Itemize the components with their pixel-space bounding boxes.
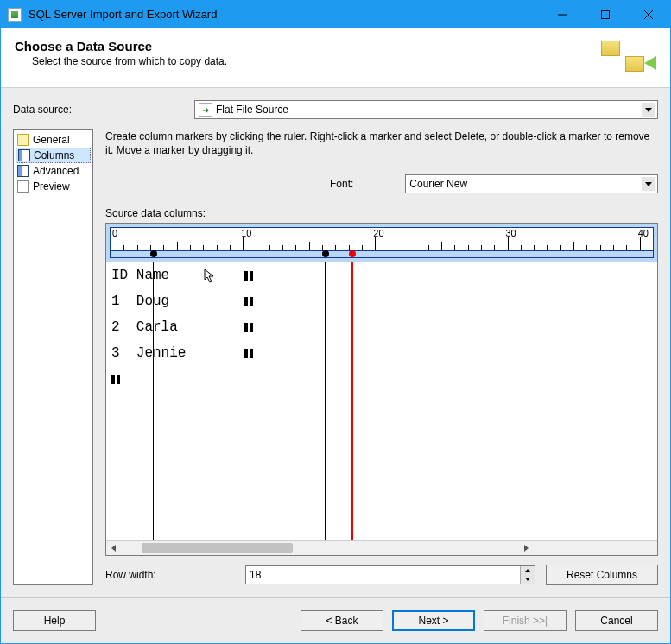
wizard-button-bar: Help < Back Next > Finish >>| Cancel [1, 597, 670, 643]
data-source-dropdown[interactable]: ➜ Flat File Source [194, 100, 658, 119]
spin-down-button[interactable] [520, 575, 535, 584]
maximize-button[interactable] [584, 1, 627, 28]
row-width-label: Row width: [105, 569, 235, 581]
row-width-spinner[interactable]: 18 [245, 565, 535, 584]
data-row: ID Name [106, 262, 657, 288]
data-row [106, 366, 657, 392]
column-marker[interactable] [349, 250, 356, 257]
next-button[interactable]: Next > [392, 610, 475, 631]
scroll-right-button[interactable] [383, 540, 658, 555]
font-value: Courier New [409, 178, 467, 190]
data-row: 3 Jennie [106, 340, 657, 366]
ruler-area[interactable]: 010203040 [106, 224, 657, 262]
help-button[interactable]: Help [13, 610, 96, 631]
horizontal-scrollbar[interactable] [106, 540, 657, 555]
sidebar-item-preview[interactable]: Preview [16, 179, 91, 194]
marker-band[interactable] [110, 251, 654, 258]
row-width-row: Row width: 18 Reset Columns [105, 565, 658, 585]
scroll-left-button[interactable] [106, 540, 121, 555]
sidebar-tree: General Columns Advanced Preview [13, 129, 93, 585]
scroll-track[interactable] [121, 540, 383, 555]
scroll-thumb[interactable] [142, 543, 293, 553]
row-width-value: 18 [246, 569, 520, 581]
columns-panel: Create column markers by clicking the ru… [93, 129, 658, 585]
window-title: SQL Server Import and Export Wizard [28, 8, 541, 21]
ruler-number: 30 [506, 228, 516, 238]
content-area: Data source: ➜ Flat File Source General … [1, 88, 670, 597]
font-dropdown[interactable]: Courier New [405, 174, 658, 193]
data-row: 2 Carla [106, 314, 657, 340]
spin-up-button[interactable] [520, 566, 535, 575]
data-row: 1 Doug [106, 288, 657, 314]
ruler-number: 0 [112, 228, 117, 238]
data-source-value: Flat File Source [216, 104, 288, 116]
sidebar-item-columns[interactable]: Columns [16, 148, 91, 163]
back-button[interactable]: < Back [301, 610, 383, 631]
page-subtitle: Select the source from which to copy dat… [32, 55, 227, 67]
cancel-button[interactable]: Cancel [575, 610, 658, 631]
ruler-number: 40 [638, 228, 649, 238]
data-preview: ID Name 1 Doug 2 Carla 3 Jennie [106, 262, 657, 540]
columns-icon [18, 149, 30, 161]
row-delimiter-icon [244, 288, 258, 314]
chevron-down-icon [642, 103, 655, 117]
minimize-button[interactable] [541, 1, 584, 28]
sidebar-item-label: Preview [33, 180, 70, 193]
flat-file-icon: ➜ [199, 103, 212, 117]
ruler-number: 20 [373, 228, 383, 238]
sidebar-item-advanced[interactable]: Advanced [16, 163, 91, 179]
data-source-row: Data source: ➜ Flat File Source [13, 100, 658, 119]
column-marker[interactable] [150, 250, 157, 257]
row-delimiter-icon [244, 314, 258, 340]
data-source-label: Data source: [13, 104, 194, 116]
advanced-icon [17, 165, 29, 177]
source-columns-grid: 010203040 ID Name 1 Doug 2 Carla 3 Jenni… [105, 223, 658, 556]
column-marker[interactable] [322, 250, 329, 257]
sidebar-item-label: Advanced [33, 165, 79, 177]
font-label: Font: [330, 178, 353, 190]
page-title: Choose a Data Source [15, 39, 227, 54]
reset-columns-button[interactable]: Reset Columns [546, 565, 658, 585]
source-columns-label: Source data columns: [105, 207, 658, 219]
svg-rect-1 [602, 10, 610, 18]
chevron-down-icon [642, 177, 655, 191]
row-delimiter-icon [244, 262, 258, 288]
sidebar-item-label: Columns [34, 149, 74, 161]
preview-icon [17, 180, 29, 193]
wizard-window: SQL Server Import and Export Wizard Choo… [0, 0, 671, 644]
row-delimiter-icon [244, 340, 258, 366]
sidebar-item-label: General [33, 134, 70, 146]
general-icon [17, 134, 29, 146]
title-bar: SQL Server Import and Export Wizard [1, 1, 670, 28]
font-row: Font: Courier New [105, 174, 658, 193]
app-icon [8, 8, 22, 22]
sidebar-item-general[interactable]: General [16, 132, 91, 148]
ruler-number: 10 [241, 228, 251, 238]
finish-button: Finish >>| [484, 610, 567, 631]
close-button[interactable] [627, 1, 670, 28]
row-delimiter-icon [111, 366, 125, 392]
page-header: Choose a Data Source Select the source f… [1, 28, 670, 88]
header-graphic-icon [596, 39, 656, 80]
instructions-text: Create column markers by clicking the ru… [105, 129, 658, 157]
ruler[interactable]: 010203040 [110, 227, 654, 251]
